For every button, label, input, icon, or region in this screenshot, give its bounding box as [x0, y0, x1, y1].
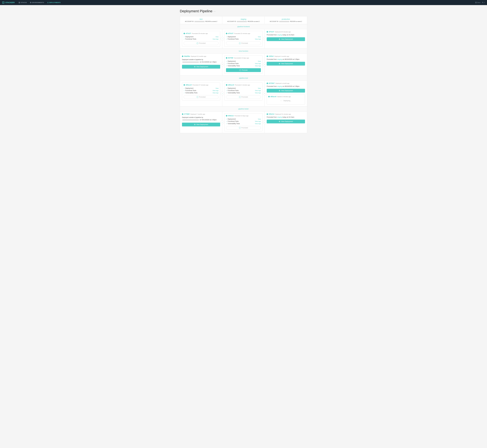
- docs-link[interactable]: Docs: [475, 2, 480, 3]
- deploy-time: Succeeded 13 days ago: [234, 57, 249, 59]
- diamond-icon: [266, 31, 268, 33]
- view-logs-link[interactable]: View logs: [255, 92, 261, 94]
- nav-environments[interactable]: ENVIRONMENTS: [29, 1, 45, 4]
- commit-hash[interactable]: df7b1f7: [228, 32, 233, 34]
- check-item: ✓Functional Tests View logs: [226, 38, 261, 40]
- view-logs-link[interactable]: View logs: [255, 65, 261, 67]
- view-logs-link[interactable]: View logs: [255, 123, 261, 124]
- view-link[interactable]: View: [258, 118, 261, 120]
- deploy-card-header: d80ace0 Promoted 2 minutes ago: [226, 84, 261, 86]
- stack-cell-ptester-test: 377968f Deployed 7 months ago Deployed o…: [180, 112, 222, 133]
- svg-point-16: [195, 67, 195, 67]
- check-icon: ✓: [226, 92, 227, 94]
- staging-link[interactable]: staging: [277, 58, 282, 60]
- deploy-card-header: 6070947 Deployed a month ago: [267, 82, 305, 84]
- svg-rect-0: [2, 2, 4, 3]
- commit-hash[interactable]: d80ace0: [270, 96, 276, 97]
- diamond-icon: [184, 84, 185, 86]
- view-link[interactable]: View: [258, 36, 261, 38]
- check-circle-small: ✓: [222, 93, 223, 94]
- deploy-card-header: 377968f Deployed 7 months ago: [182, 113, 220, 115]
- deploying-card: d80ace0 Started 2 minutes ago ··· Deploy…: [267, 94, 305, 104]
- view-deployment-button[interactable]: View Deployment: [182, 123, 220, 126]
- stack-row-pipeline-tester: 377968f Deployed 7 months ago Deployed o…: [180, 112, 307, 133]
- view-logs-link[interactable]: View logs: [255, 90, 261, 91]
- stack-cell-lone-test: 38a659a Deployed 10 months ago Deployed …: [180, 54, 222, 75]
- check-icon: ✓: [184, 88, 185, 89]
- commit-hash[interactable]: df7b1f7: [186, 32, 191, 34]
- commit-hash[interactable]: 867f58f: [228, 57, 233, 59]
- stack-group-pipeline-tester: pipeline-tester 377968f Deployed 7 month…: [180, 106, 307, 133]
- staging-link[interactable]: staging: [277, 86, 282, 87]
- deploy-time: Deployed a month ago: [275, 83, 289, 84]
- arrow-icon: ✓: [221, 37, 224, 40]
- check-item: ✓Functional Tests View logs: [184, 38, 218, 40]
- diamond-icon: [266, 56, 268, 57]
- stack-cell-frontend-production: ✓ df7b1f7 Deployed 20 minutes ago Promot…: [265, 29, 307, 48]
- stack-name-lone-function: lone-function: [180, 48, 307, 54]
- view-deployment-button[interactable]: View Deployment: [267, 89, 305, 93]
- arrow-icon: ✓: [263, 37, 266, 40]
- view-link[interactable]: View: [216, 88, 218, 89]
- account-id-redacted-staging: [237, 21, 247, 22]
- staging-link[interactable]: staging: [277, 116, 282, 118]
- commit-hash[interactable]: 6f0b212: [228, 115, 234, 117]
- check-list: ✓Deployment View ✓Functional Tests View …: [184, 36, 218, 40]
- view-link[interactable]: View: [216, 36, 218, 38]
- view-link[interactable]: View: [258, 61, 261, 62]
- check-item: ✓Functional Tests View logs: [226, 62, 261, 65]
- deploy-card-header: 38a659a Deployed 10 months ago: [182, 56, 220, 57]
- deploy-card: df7b1f7 Promoted 28 minutes ago ✓Deploym…: [182, 31, 220, 47]
- deploy-time: Deployed 31 minutes ago: [275, 113, 291, 115]
- deploy-time: Promoted 28 minutes ago: [192, 33, 208, 34]
- arrow-icon: +: [221, 63, 224, 66]
- svg-point-24: [279, 121, 280, 122]
- view-deployment-button[interactable]: View Deployment: [267, 37, 305, 41]
- stack-name-pipeline-tester: pipeline-tester: [180, 106, 307, 112]
- arrow-icon: +: [263, 92, 266, 95]
- commit-hash[interactable]: d80ace0: [186, 84, 192, 86]
- stack-row-pipeline-test: d80ace0 Promoted 27 minutes ago ✓Deploym…: [180, 81, 307, 106]
- commit-hash[interactable]: 335ffef: [269, 56, 274, 57]
- check-list: ✓Deployment View ✓Functional Tests View …: [226, 36, 261, 40]
- check-icon: ✓: [226, 90, 227, 91]
- view-deployment-button[interactable]: View Deployment: [267, 62, 305, 65]
- diamond-icon: [226, 115, 228, 117]
- view-logs-link[interactable]: View logs: [213, 90, 218, 91]
- commit-hash[interactable]: d80ace0: [228, 84, 234, 86]
- view-logs-link[interactable]: View logs: [255, 63, 261, 64]
- commit-hash[interactable]: 6070947: [269, 82, 275, 84]
- view-logs-link[interactable]: View logs: [255, 38, 261, 40]
- diamond-icon: [226, 57, 228, 59]
- nav-deployments[interactable]: DEPLOYMENTS: [46, 1, 62, 4]
- view-deployment-button[interactable]: View Deployment: [182, 65, 220, 69]
- check-circle-small: ✓: [264, 122, 265, 123]
- check-item: ✓Functional Tests View logs: [184, 89, 218, 92]
- svg-rect-2: [19, 2, 20, 3]
- view-link[interactable]: View: [258, 88, 261, 89]
- promo-info: Promoted from staging on 06/16/2020 at 2…: [267, 58, 305, 60]
- check-list: ✓Deployment View ✓Functional Tests View …: [226, 60, 261, 67]
- deploy-card-header: 6f0b212 Promoted 13 days ago: [226, 115, 261, 117]
- nav-stacks[interactable]: STACKS: [17, 1, 28, 4]
- env-col-staging: staging ACCOUNT ID REGION us-west-2: [222, 16, 265, 24]
- promote-button[interactable]: ✓ Promote: [226, 68, 261, 72]
- deploying-dots-icon: ···: [280, 100, 283, 102]
- diamond-icon: [266, 82, 268, 84]
- staging-link[interactable]: staging: [277, 34, 282, 36]
- view-logs-link[interactable]: View logs: [213, 38, 218, 40]
- outside-pipeline-info: Deployed outside of pipeline by on 04/13…: [182, 116, 220, 121]
- view-logs-link[interactable]: View logs: [213, 92, 218, 94]
- view-deployment-button[interactable]: View Deployment: [267, 120, 305, 123]
- view-logs-link[interactable]: View logs: [255, 120, 261, 122]
- check-circle-icon: ✓: [239, 96, 241, 98]
- brand[interactable]: STACKERY: [2, 1, 15, 4]
- stack-row-lone-function: 38a659a Deployed 10 months ago Deployed …: [180, 54, 307, 75]
- commit-hash[interactable]: df7b1f7: [269, 31, 274, 33]
- user-menu[interactable]: [482, 2, 485, 3]
- commit-hash[interactable]: 38a659a: [184, 56, 190, 57]
- check-icon: ✓: [226, 63, 227, 64]
- commit-hash[interactable]: 377968f: [184, 113, 190, 115]
- commit-hash[interactable]: 6f0b212: [269, 113, 274, 115]
- check-icon: ✓: [226, 123, 227, 125]
